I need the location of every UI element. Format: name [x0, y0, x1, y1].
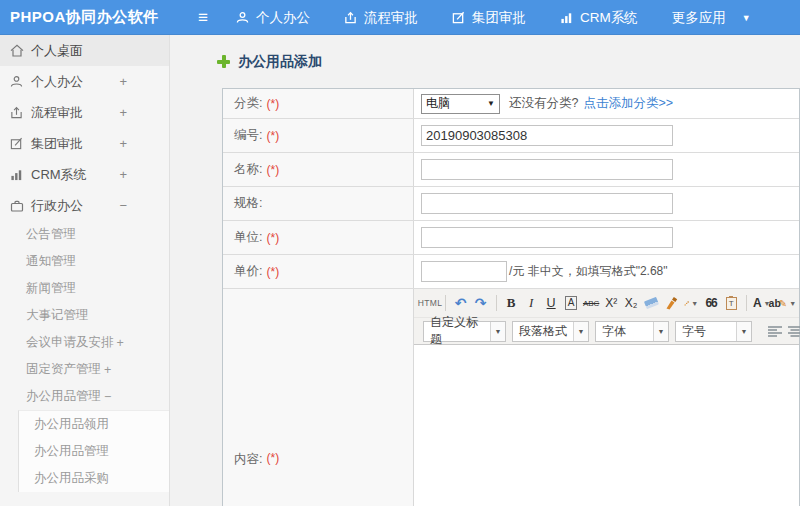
category-select[interactable]: 电脑 ▼ [421, 94, 500, 114]
dropdown-value: 自定义标题 [424, 322, 490, 341]
editor-align-center-button[interactable] [786, 321, 800, 341]
unit-input[interactable] [421, 227, 673, 248]
unit-value-cell [413, 221, 799, 254]
top-nav: 个人办公 流程审批 集团审批 CRM系统 更多应用 ▼ [236, 9, 785, 27]
required-marker: (*) [266, 163, 279, 177]
editor-paragraph-format-dropdown[interactable]: 段落格式 ▼ [512, 321, 589, 342]
editor-subscript-button[interactable]: X₂ [622, 293, 640, 313]
sidebar-subitem-notice-mgmt[interactable]: 通知管理 [0, 248, 169, 275]
editor-blockquote-button[interactable]: 66 [702, 293, 720, 313]
field-label: 编号: [234, 127, 262, 144]
sidebar-item-personal-desktop[interactable]: 个人桌面 [0, 35, 169, 66]
add-plus-icon [217, 55, 230, 68]
expand-indicator[interactable]: + [119, 167, 127, 182]
user-icon [9, 75, 24, 88]
sidebar-item-crm[interactable]: CRM系统 + [0, 159, 169, 190]
editor-undo-button[interactable]: ↶ [452, 293, 470, 313]
required-marker: (*) [266, 231, 279, 245]
sidebar-item-label: 集团审批 [31, 135, 83, 153]
home-icon [9, 44, 24, 57]
sidebar-item-admin-office[interactable]: 行政办公 − [0, 190, 169, 221]
main-content: 办公用品添加 分类: (*) 电脑 ▼ 还没有分类? 点击添加分类>> 编号: … [171, 35, 800, 506]
nav-crm-system[interactable]: CRM系统 [560, 9, 638, 27]
subitem-label: 办公用品管理 [26, 388, 101, 405]
nav-label: 流程审批 [364, 9, 418, 27]
select-caret-icon: ▼ [487, 99, 495, 108]
sidebar-item-label: 个人办公 [31, 73, 83, 91]
toolbar-separator [445, 295, 446, 311]
field-label: 分类: [234, 95, 262, 112]
price-input[interactable] [421, 261, 507, 282]
third-item-label: 办公用品采购 [34, 470, 109, 487]
sidebar-subitem-news-mgmt[interactable]: 新闻管理 [0, 275, 169, 302]
editor-align-left-button[interactable] [766, 321, 784, 341]
sidebar-subitem-announcement-mgmt[interactable]: 公告管理 [0, 221, 169, 248]
number-value-cell [413, 119, 799, 152]
collapse-indicator[interactable]: − [119, 198, 127, 213]
spec-input[interactable] [421, 193, 673, 214]
editor-underline-button[interactable]: U [542, 293, 560, 313]
content-value-cell: HTML ↶ ↷ B I U A ABC X² X₂ [413, 289, 799, 506]
font-border-glyph: A [565, 296, 578, 310]
sidebar-item-supplies-manage[interactable]: 办公用品管理 [19, 438, 169, 465]
sidebar-item-label: 行政办公 [31, 197, 83, 215]
editor-auto-typeset-button[interactable]: ▼ [682, 293, 700, 313]
caret-down-icon: ▼ [490, 322, 505, 341]
editor-redo-button[interactable]: ↷ [472, 293, 490, 313]
editor-font-family-dropdown[interactable]: 字体 ▼ [595, 321, 669, 342]
editor-content-area[interactable] [414, 345, 799, 506]
form-row-unit: 单位: (*) [223, 221, 799, 255]
sidebar-subitem-office-supplies-mgmt[interactable]: 办公用品管理− [0, 383, 169, 410]
editor-custom-title-dropdown[interactable]: 自定义标题 ▼ [423, 321, 506, 342]
pencil-icon: ✎ [779, 298, 787, 309]
brush-icon [665, 297, 678, 310]
editor-source-button[interactable]: HTML [421, 293, 439, 313]
sidebar-item-supplies-receive[interactable]: 办公用品领用 [19, 411, 169, 438]
editor-format-brush-button[interactable] [662, 293, 680, 313]
sidebar-subitem-memorabilia-mgmt[interactable]: 大事记管理 [0, 302, 169, 329]
edit-icon [452, 11, 465, 24]
name-input[interactable] [421, 159, 673, 180]
collapse-indicator[interactable]: − [101, 390, 111, 404]
caret-down-icon: ▼ [691, 300, 698, 307]
editor-italic-button[interactable]: I [522, 293, 540, 313]
editor-remove-format-button[interactable] [642, 293, 660, 313]
nav-label: 个人办公 [256, 9, 310, 27]
sidebar-subitem-fixed-assets-mgmt[interactable]: 固定资产管理+ [0, 356, 169, 383]
nav-process-approval[interactable]: 流程审批 [344, 9, 418, 27]
number-input[interactable] [421, 125, 673, 146]
nav-more-apps[interactable]: 更多应用 ▼ [672, 9, 751, 27]
page-header: 办公用品添加 [171, 35, 800, 88]
expand-indicator[interactable]: + [119, 74, 127, 89]
editor-strikethrough-button[interactable]: ABC [582, 293, 600, 313]
expand-indicator[interactable]: + [101, 363, 111, 377]
sidebar-item-group-approval[interactable]: 集团审批 + [0, 128, 169, 159]
expand-indicator[interactable]: + [119, 136, 127, 151]
editor-bold-button[interactable]: B [502, 293, 520, 313]
user-icon [236, 11, 249, 24]
menu-toggle-icon[interactable]: ≡ [198, 9, 208, 26]
nav-personal-office[interactable]: 个人办公 [236, 9, 310, 27]
editor-paste-text-button[interactable]: T [722, 293, 740, 313]
expand-indicator[interactable]: + [119, 105, 127, 120]
sidebar-item-supplies-purchase[interactable]: 办公用品采购 [19, 465, 169, 492]
price-label-cell: 单价: (*) [223, 255, 413, 288]
nav-group-approval[interactable]: 集团审批 [452, 9, 526, 27]
editor-superscript-button[interactable]: X² [602, 293, 620, 313]
toolbar-separator [746, 295, 747, 311]
sidebar-item-personal-office[interactable]: 个人办公 + [0, 66, 169, 97]
editor-font-size-dropdown[interactable]: 字号 ▼ [675, 321, 752, 342]
bar-chart-icon [9, 168, 24, 181]
sidebar: 个人桌面 个人办公 + 流程审批 + 集团审批 + CRM系统 + [0, 35, 170, 506]
top-bar: PHPOA协同办公软件 ≡ 个人办公 流程审批 集团审批 [0, 0, 800, 35]
eraser-icon [644, 297, 659, 309]
office-supply-form: 分类: (*) 电脑 ▼ 还没有分类? 点击添加分类>> 编号: (*) [222, 88, 800, 506]
sidebar-subitem-meeting-mgmt[interactable]: 会议申请及安排+ [0, 329, 169, 356]
add-category-link[interactable]: 点击添加分类>> [583, 95, 673, 112]
toolbar-separator [496, 295, 497, 311]
sidebar-item-process-approval[interactable]: 流程审批 + [0, 97, 169, 128]
caret-down-icon: ▼ [736, 322, 751, 341]
editor-font-border-button[interactable]: A [562, 293, 580, 313]
expand-indicator[interactable]: + [114, 336, 124, 350]
editor-highlight-button[interactable]: ab ✎ ▼ [773, 293, 792, 313]
